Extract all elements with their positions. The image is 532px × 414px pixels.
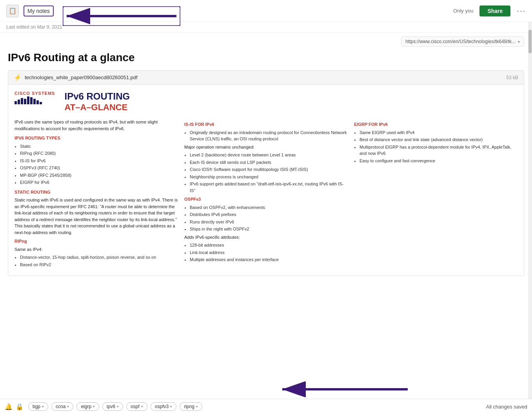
col2-isis-unchanged-list: Level 2 (backbone) device route between …: [184, 152, 348, 194]
col1-static-heading: STATIC ROUTING: [15, 189, 178, 196]
col2-attributes-text: Adds IPv6-specific attributes:: [184, 234, 348, 241]
tag-bgp[interactable]: bgp ▾: [28, 402, 48, 411]
bottom-icons: 🔔 🔒: [5, 403, 24, 410]
top-bar: 📋 My notes Only you Share ···: [0, 0, 532, 22]
list-item: Runs directly over IPv6: [190, 219, 348, 225]
list-item: 128-bit addresses: [190, 242, 348, 249]
tag-ripng-label: ripng: [184, 404, 194, 409]
col2-isis-list: Originally designed as an intradomain ro…: [184, 129, 348, 142]
pdf-col1: IPv6 uses the same types of routing prot…: [15, 119, 178, 269]
url-text: https://www.cisco.com/en/US/technologies…: [405, 39, 516, 44]
col1-intro: IPv6 uses the same types of routing prot…: [15, 119, 178, 132]
col1-ripng-heading: RIPng: [15, 238, 178, 245]
list-item: Based on RIPv2: [20, 261, 178, 268]
tag-ospf[interactable]: ospf ▾: [126, 402, 147, 411]
col2-ospfv3-list: Based on OSPFv2, with enhancements Distr…: [184, 204, 348, 232]
tag-ospfv3-label: ospfv3: [155, 404, 169, 409]
list-item: Link-local address: [190, 249, 348, 256]
page-title: IPv6 Routing at a glance: [0, 48, 532, 70]
more-options-button[interactable]: ···: [517, 6, 526, 15]
tag-bgp-label: bgp: [33, 404, 40, 409]
pdf-icon: ⚡: [14, 74, 22, 81]
list-item: MP-BGP (RFC 2545/2858): [20, 172, 178, 179]
cisco-bars: [15, 96, 55, 104]
pdf-filesize: 53 kB: [506, 75, 518, 80]
chevron-down-icon: ▾: [67, 405, 69, 409]
list-item: OSPFv3 (RFC 2740): [20, 165, 178, 171]
pdf-main-title: IPv6 ROUTING: [64, 91, 130, 102]
pdf-header-left: ⚡ technologies_white_paper0900aecd802600…: [14, 74, 138, 81]
list-item: Same EIGRP used with IPv4: [360, 129, 517, 136]
tag-ripng[interactable]: ripng ▾: [180, 402, 202, 411]
tag-eigrp[interactable]: eigrp ▾: [76, 402, 99, 411]
list-item: Static: [20, 143, 178, 150]
bar9: [40, 102, 42, 104]
scrollbar-thumb[interactable]: [528, 30, 532, 53]
col2-isis-unchanged: Major operation remains unchanged:: [184, 144, 348, 151]
col1-ripng-list: Distance-vector, 15-hop radius, split-ho…: [15, 254, 178, 268]
scrollbar[interactable]: [528, 22, 532, 401]
bar8: [36, 100, 39, 104]
pdf-col2: IS-IS FOR IPv6 Originally designed as an…: [184, 119, 348, 269]
col2-isis-heading: IS-IS FOR IPv6: [184, 121, 348, 128]
tag-ccna-label: ccna: [56, 404, 65, 409]
col2-attributes-list: 128-bit addresses Link-local address Mul…: [184, 242, 348, 263]
cisco-logo: Cisco Systems: [15, 91, 55, 104]
list-item: EIGRP for IPv6: [20, 179, 178, 186]
tag-eigrp-label: eigrp: [81, 404, 91, 409]
share-button[interactable]: Share: [479, 5, 510, 16]
list-item: IPv6 support gets added based on "draft-…: [190, 181, 348, 194]
tag-ospfv3[interactable]: ospfv3 ▾: [151, 402, 176, 411]
chevron-down-icon: ▾: [170, 405, 172, 409]
bar1: [15, 101, 17, 104]
list-item: RIPng (RFC 2080): [20, 150, 178, 157]
list-item: Based on OSPFv2, with enhancements: [190, 204, 348, 211]
top-bar-left: 📋 My notes: [6, 5, 54, 17]
col2-ospfv3-heading: OSPFv3: [184, 196, 348, 203]
tag-ipv6-label: ipv6: [107, 404, 115, 409]
cisco-text: Cisco Systems: [15, 91, 55, 96]
url-bar[interactable]: https://www.cisco.com/en/US/technologies…: [401, 36, 524, 47]
tag-ccna[interactable]: ccna ▾: [51, 402, 73, 411]
annotation-arrow-top: [63, 6, 180, 27]
bar6: [30, 97, 33, 104]
pdf-header: ⚡ technologies_white_paper0900aecd802600…: [8, 71, 524, 85]
top-bar-right: Only you Share ···: [453, 5, 526, 16]
pdf-col3: EIGRP FOR IPv6 Same EIGRP used with IPv4…: [354, 119, 517, 269]
note-title-label: My notes: [27, 8, 50, 14]
lock-icon[interactable]: 🔒: [16, 403, 24, 410]
col3-eigrp-list: Same EIGRP used with IPv4 Best of distan…: [354, 129, 517, 164]
bell-icon[interactable]: 🔔: [5, 403, 13, 410]
col1-static-text: Static routing with IPv6 is used and con…: [15, 197, 178, 236]
list-item: Multiprotocol EIGRP has a protocol-depen…: [360, 144, 517, 157]
list-item: Ships in the night with OSPFv2: [190, 226, 348, 232]
last-edited-label: Last edited on Mar 9, 2021: [6, 24, 62, 30]
bar7: [33, 99, 36, 104]
bar2: [18, 100, 20, 104]
list-item: Each IS device still sends out LSP packe…: [190, 159, 348, 166]
pdf-title-block: IPv6 ROUTING AT–A–GLANCE: [64, 91, 130, 113]
col3-eigrp-heading: EIGRP FOR IPv6: [354, 121, 517, 128]
list-item: Originally designed as an intradomain ro…: [190, 129, 348, 142]
notebook-icon-button[interactable]: 📋: [6, 5, 19, 17]
list-item: Cisco IOS® Software support for multitop…: [190, 166, 348, 173]
tag-ospf-label: ospf: [131, 404, 140, 409]
pdf-top-section: Cisco Systems IPv6 ROUTING AT–A–GLANCE: [15, 91, 517, 113]
list-item: Distributes IPv6 prefixes: [190, 211, 348, 218]
annotation-arrow-bottom: [278, 381, 412, 398]
pdf-three-columns: IPv6 uses the same types of routing prot…: [15, 119, 517, 269]
chevron-down-icon: ▾: [42, 405, 44, 409]
url-bar-container: https://www.cisco.com/en/US/technologies…: [0, 33, 532, 48]
bar3: [21, 98, 23, 104]
bar4: [24, 99, 26, 104]
list-item: Distance-vector, 15-hop radius, split-ho…: [20, 254, 178, 261]
chevron-down-icon: ▾: [93, 405, 95, 409]
list-item: Neighborship process is unchanged: [190, 174, 348, 180]
chevron-down-icon: ▾: [117, 405, 119, 409]
bottom-bar: 🔔 🔒 bgp ▾ ccna ▾ eigrp ▾ ipv6 ▾ ospf ▾ o…: [0, 399, 532, 414]
visibility-label: Only you: [453, 8, 473, 14]
chevron-down-icon: ▾: [518, 40, 520, 44]
pdf-container: ⚡ technologies_white_paper0900aecd802600…: [8, 70, 524, 276]
note-title-button[interactable]: My notes: [24, 5, 54, 16]
tag-ipv6[interactable]: ipv6 ▾: [102, 402, 123, 411]
